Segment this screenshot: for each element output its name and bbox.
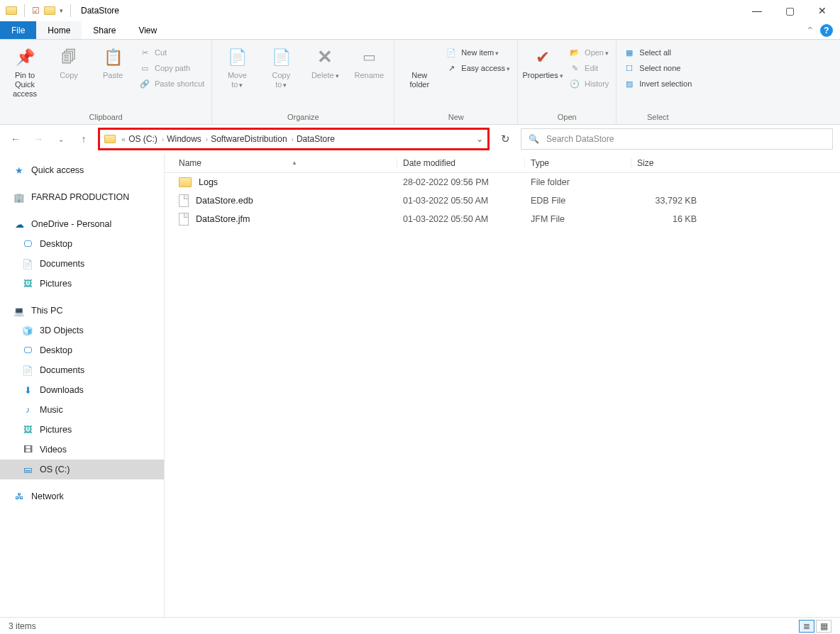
chevron-right-icon[interactable]: › [162, 135, 164, 143]
sidebar-network[interactable]: 🖧Network [0, 486, 164, 506]
sidebar-od-documents[interactable]: 📄Documents [0, 254, 164, 274]
navigation-pane: ★Quick access 🏢FARRAD PRODUCTION ☁OneDri… [0, 153, 165, 617]
sidebar-pc-desktop[interactable]: 🖵Desktop [0, 340, 164, 360]
close-button[interactable]: ✕ [806, 0, 839, 21]
network-icon: 🖧 [13, 491, 26, 502]
new-folder-button[interactable]: New folder [399, 43, 440, 89]
nav-back-button[interactable]: ← [7, 130, 24, 148]
qat-dropdown-icon[interactable]: ▾ [60, 7, 63, 14]
ribbon-collapse-icon[interactable]: ⌃ [806, 25, 814, 36]
picture-icon: 🖼 [21, 424, 34, 435]
tab-file[interactable]: File [0, 21, 36, 39]
copy-to-button[interactable]: 📄Copy to [260, 43, 302, 90]
breadcrumb-item[interactable]: SoftwareDistribution [211, 134, 287, 144]
move-to-button[interactable]: 📄Move to [216, 43, 258, 90]
nav-forward-button[interactable]: → [30, 130, 47, 148]
pin-to-quick-access-button[interactable]: 📌 Pin to Quick access [4, 43, 45, 99]
tab-view[interactable]: View [127, 21, 168, 39]
select-none-icon: ☐ [624, 62, 635, 74]
file-date: 28-02-2022 09:56 PM [397, 177, 525, 187]
minimize-button[interactable]: — [741, 0, 773, 21]
sidebar-pc-videos[interactable]: 🎞Videos [0, 440, 164, 460]
pin-icon: 📌 [16, 52, 35, 62]
ribbon-group-organize: 📄Move to 📄Copy to ✕Delete ▭Rename Organi… [212, 40, 394, 124]
sidebar-od-pictures[interactable]: 🖼Pictures [0, 274, 164, 294]
group-label-new: New [399, 113, 513, 123]
file-name: DataStore.edb [196, 196, 253, 206]
ribbon: 📌 Pin to Quick access 🗐 Copy 📋 Paste ✂Cu… [0, 40, 840, 125]
window-title: DataStore [81, 6, 119, 16]
nav-recent-dropdown[interactable]: ⌄ [52, 130, 70, 148]
drive-icon: 🖴 [21, 464, 34, 475]
file-date: 01-03-2022 05:50 AM [397, 196, 525, 206]
sidebar-this-pc[interactable]: 💻This PC [0, 301, 164, 321]
cut-icon: ✂ [139, 47, 150, 58]
column-name[interactable]: Name▲ [165, 158, 397, 168]
easy-access-icon: ↗ [446, 62, 457, 74]
column-headers: Name▲ Date modified Type Size [165, 153, 840, 173]
properties-button[interactable]: ✔Properties [522, 43, 563, 81]
sidebar-pc-os-c[interactable]: 🖴OS (C:) [0, 460, 164, 479]
sidebar-quick-access[interactable]: ★Quick access [0, 160, 164, 180]
sidebar-od-desktop[interactable]: 🖵Desktop [0, 234, 164, 254]
search-box[interactable]: 🔍 Search DataStore [521, 128, 833, 150]
file-size: 33,792 KB [631, 196, 709, 206]
paste-button[interactable]: 📋 Paste [92, 43, 133, 80]
breadcrumb-item[interactable]: Windows [167, 134, 201, 144]
address-bar[interactable]: « OS (C:)› Windows› SoftwareDistribution… [98, 128, 490, 150]
easy-access-button[interactable]: ↗Easy access [443, 61, 513, 75]
file-row[interactable]: DataStore.edb 01-03-2022 05:50 AM EDB Fi… [165, 191, 840, 210]
column-type[interactable]: Type [525, 158, 631, 168]
file-row[interactable]: Logs 28-02-2022 09:56 PM File folder [165, 173, 840, 191]
pc-icon: 💻 [13, 305, 26, 316]
video-icon: 🎞 [21, 444, 34, 455]
column-date[interactable]: Date modified [397, 158, 525, 168]
sidebar-pc-downloads[interactable]: ⬇Downloads [0, 380, 164, 400]
copy-button[interactable]: 🗐 Copy [48, 43, 89, 80]
delete-button[interactable]: ✕Delete [304, 43, 346, 81]
file-name: DataStore.jfm [196, 214, 250, 224]
sidebar-pc-pictures[interactable]: 🖼Pictures [0, 420, 164, 440]
help-icon[interactable]: ? [820, 24, 833, 37]
cut-button[interactable]: ✂Cut [136, 45, 207, 60]
maximize-button[interactable]: ▢ [773, 0, 806, 21]
qat-folder-icon[interactable] [44, 6, 55, 15]
qat-checkbox-icon[interactable]: ☑ [32, 6, 40, 16]
sidebar-pc-documents[interactable]: 📄Documents [0, 360, 164, 380]
breadcrumb-item[interactable]: DataStore [297, 134, 335, 144]
chevron-right-icon[interactable]: › [292, 135, 294, 143]
breadcrumb-item[interactable]: OS (C:) [128, 134, 158, 144]
new-item-button[interactable]: 📄New item [443, 45, 513, 60]
invert-selection-button[interactable]: ▨Invert selection [621, 77, 695, 91]
select-none-button[interactable]: ☐Select none [621, 61, 695, 75]
refresh-button[interactable]: ↻ [495, 129, 515, 149]
history-button[interactable]: 🕘History [566, 77, 612, 91]
rename-button[interactable]: ▭Rename [348, 43, 389, 80]
sidebar-farrad[interactable]: 🏢FARRAD PRODUCTION [0, 187, 164, 207]
content-area: ★Quick access 🏢FARRAD PRODUCTION ☁OneDri… [0, 153, 840, 617]
sidebar-pc-music[interactable]: ♪Music [0, 400, 164, 420]
sidebar-3d-objects[interactable]: 🧊3D Objects [0, 321, 164, 340]
view-details-button[interactable]: ≣ [799, 620, 814, 633]
column-size[interactable]: Size [631, 158, 709, 168]
address-dropdown-icon[interactable]: ⌄ [476, 134, 483, 144]
address-folder-icon [104, 135, 116, 143]
edit-button[interactable]: ✎Edit [566, 61, 612, 75]
document-icon: 📄 [21, 365, 34, 376]
ribbon-tabs: File Home Share View ⌃ ? [0, 21, 840, 40]
view-thumbnails-button[interactable]: ▦ [816, 620, 831, 633]
breadcrumb-overflow-icon[interactable]: « [121, 135, 126, 143]
open-button[interactable]: 📂Open [566, 45, 612, 60]
nav-up-button[interactable]: ↑ [75, 130, 92, 148]
search-icon: 🔍 [529, 134, 539, 144]
paste-shortcut-button[interactable]: 🔗Paste shortcut [136, 77, 207, 91]
select-all-button[interactable]: ▦Select all [621, 45, 695, 60]
chevron-right-icon[interactable]: › [206, 135, 208, 143]
sidebar-onedrive[interactable]: ☁OneDrive - Personal [0, 214, 164, 234]
tab-share[interactable]: Share [82, 21, 127, 39]
properties-icon: ✔ [536, 52, 550, 62]
file-row[interactable]: DataStore.jfm 01-03-2022 05:50 AM JFM Fi… [165, 210, 840, 228]
copy-path-button[interactable]: ▭Copy path [136, 61, 207, 75]
tab-home[interactable]: Home [36, 21, 82, 39]
ribbon-group-open: ✔Properties 📂Open ✎Edit 🕘History Open [518, 40, 617, 124]
